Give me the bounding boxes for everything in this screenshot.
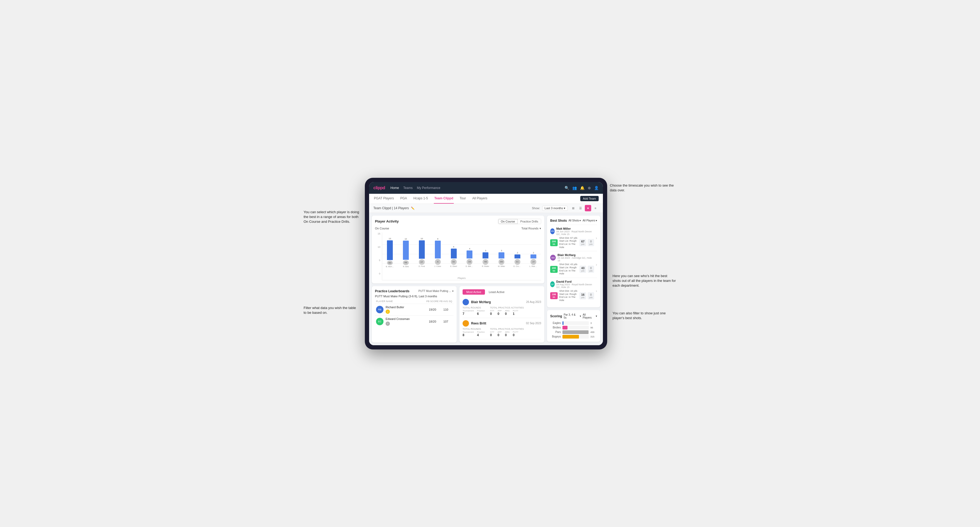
scoring-players-filter[interactable]: All Players ▾ [583, 313, 597, 319]
sub-nav-pgat[interactable]: PGAT Players [373, 194, 395, 204]
scoring-par-filter[interactable]: Par 3, 4 & 5s ▾ [564, 313, 581, 319]
bar-5[interactable] [466, 251, 473, 259]
heart-view-icon[interactable]: ♥ [585, 205, 591, 211]
activity-player-header-1: Blair McHarg 26 Aug 2023 [463, 299, 541, 305]
bar-group-9: 2 LR L. Robertson [526, 238, 541, 267]
shot-detail-text-3: Shot Dist: 16 ydsStart Lie: RoughEnd Lie… [559, 290, 578, 302]
sub-nav-team-clippd[interactable]: Team Clippd [434, 194, 454, 204]
sub-nav-pga[interactable]: PGA [400, 194, 407, 204]
nav-item-performance[interactable]: My Performance [417, 186, 440, 190]
main-content: Player Activity On Course Practice Drill… [369, 213, 603, 345]
grid-view-icon[interactable]: ⊞ [570, 205, 576, 211]
plus-circle-icon[interactable]: ⊕ [588, 186, 591, 190]
bar-8[interactable] [514, 254, 520, 259]
shot-detail-text-2: Shot Dist: 43 ydsStart Lie: RoughEnd Lie… [559, 263, 578, 275]
lb-name-1: Richard Butler [386, 306, 426, 309]
team-show-controls: Show: Last 3 months ▾ ⊞ ☰ ♥ ≡ [532, 205, 599, 211]
shot-avatar-3: DF [550, 281, 555, 287]
list-view-icon[interactable]: ☰ [578, 205, 584, 211]
least-active-tab[interactable]: Least Active [485, 289, 508, 295]
lb-avatar-2: EC [376, 318, 383, 325]
best-shots-card: Best Shots All Shots ▾ All Players ▾ [547, 216, 600, 307]
bar-name-3: J. Coles [434, 265, 441, 267]
scoring-bar-pars [562, 330, 589, 334]
bs-all-players-filter[interactable]: All Players ▾ [583, 219, 597, 222]
bar-name-4: E. Ebert [450, 265, 457, 267]
scoring-bar-container-bogeys [562, 335, 589, 338]
bar-3[interactable] [435, 241, 441, 259]
nav-logo: clippd [373, 186, 385, 190]
team-name: Team Clippd | 14 Players [373, 206, 409, 210]
activity-avatar-2 [463, 320, 469, 327]
sub-nav-tour[interactable]: Tour [459, 194, 466, 204]
nav-item-home[interactable]: Home [390, 186, 399, 190]
annotation-player-filter: You can also filter to show just one pla… [612, 311, 676, 321]
shot-player-name-2: Blair McHarg [557, 253, 594, 257]
leaderboard-selector[interactable]: PUTT Must Make Putting ... ▾ [418, 290, 453, 292]
bar-4[interactable] [451, 249, 457, 259]
lb-score-1: 19/20 [426, 308, 439, 311]
bs-all-shots-filter[interactable]: All Shots ▾ [568, 219, 581, 222]
bell-icon[interactable]: 🔔 [580, 186, 584, 190]
bottom-row: Practice Leaderboards PUTT Must Make Put… [372, 286, 544, 343]
player-activity-title: Player Activity [375, 219, 399, 223]
bar-value-5: 4 [469, 248, 470, 250]
bar-avatar-8: EC [514, 259, 520, 265]
bar-9[interactable] [530, 254, 536, 259]
shot-row-3[interactable]: DF David Ford 24 Aug 2023 · Royal North … [550, 278, 597, 304]
bar-7[interactable] [498, 252, 504, 258]
most-active-tab[interactable]: Most Active [463, 289, 485, 295]
edit-icon[interactable]: ✏️ [411, 206, 415, 210]
search-icon[interactable]: 🔍 [565, 186, 569, 190]
time-period-selector[interactable]: Last 3 months ▾ [542, 206, 568, 211]
practice-label-1: Total Practice Activities [490, 306, 524, 309]
chart-filter[interactable]: Total Rounds ▾ [522, 227, 541, 230]
nav-item-teams[interactable]: Teams [403, 186, 412, 190]
user-avatar-icon[interactable]: 👤 [594, 186, 599, 190]
shot-player-name-1: Matt Miller [556, 227, 594, 230]
practice-toggle[interactable]: Practice Drills [518, 219, 541, 224]
scoring-label-bogeys: Bogeys [550, 335, 561, 338]
practice-label-2: Total Practice Activities [490, 328, 524, 330]
activity-row-2: Rees Britt 02 Sep 2023 Total Rounds Tour… [463, 318, 541, 339]
bar-value-3: 9 [437, 238, 438, 240]
shot-row-1[interactable]: MM Matt Miller 09 Jun 2023 · Royal North… [550, 225, 597, 251]
shot-zero-badge-3: 0 yds [588, 292, 594, 300]
activity-avatar-1 [463, 299, 469, 305]
activity-tabs: Most Active Least Active [463, 289, 541, 295]
view-icons: ⊞ ☰ ♥ ≡ [570, 205, 599, 211]
bar-value-1: 12 [404, 238, 407, 240]
rounds-group-2: Total Rounds Tournament 8 Practice [463, 328, 485, 337]
shot-player-info-2: BM Blair McHarg 23 Jul 2023 · Ashridge G… [550, 253, 594, 275]
page-wrapper: Choose the timescale you wish to see the… [304, 178, 676, 349]
sub-nav-all-players[interactable]: All Players [472, 194, 488, 204]
sub-nav-hcaps[interactable]: Hcaps 1-5 [413, 194, 428, 204]
bs-title: Best Shots [550, 219, 567, 222]
bar-6[interactable] [482, 252, 488, 258]
player-activity-header: Player Activity On Course Practice Drill… [375, 219, 541, 224]
scoring-bar-birdies [562, 326, 568, 330]
users-icon[interactable]: 👥 [572, 186, 577, 190]
bar-1[interactable] [403, 241, 409, 260]
bar-avatar-7: MM [498, 259, 504, 265]
bar-group-3: 9 JC J. Coles [430, 238, 445, 267]
table-view-icon[interactable]: ≡ [592, 205, 599, 211]
shot-avatar-1: MM [550, 229, 555, 234]
shot-dist-badge-2: 43 yds [579, 266, 586, 273]
bar-avatar-0: BM [387, 260, 393, 265]
on-course-toggle[interactable]: On Course [498, 219, 518, 224]
bar-0[interactable] [387, 240, 393, 260]
shot-row-2[interactable]: BM Blair McHarg 23 Jul 2023 · Ashridge G… [550, 251, 597, 278]
chart-bars-area: 13 BM B. McHarg 12 RB R. Britt 10 DF D. … [382, 232, 541, 280]
bar-group-8: 2 EC E. Crossman [510, 238, 525, 267]
lb-rank-2: 2 [386, 322, 390, 326]
scoring-label-birdies: Birdies [550, 326, 561, 329]
bar-group-6: 3 RB R. Butler [478, 238, 493, 267]
bar-group-1: 12 RB R. Britt [398, 238, 414, 267]
nav-actions: 🔍 👥 🔔 ⊕ 👤 [565, 186, 599, 190]
leaderboard-header: Practice Leaderboards PUTT Must Make Put… [375, 289, 453, 293]
shot-dist-badge-1: 67 yds [579, 239, 586, 246]
bar-2[interactable] [419, 240, 425, 259]
leaderboard-drill-name: PUTT Must Make Putting (3-6 ft), Last 3 … [375, 295, 453, 298]
add-team-button[interactable]: Add Team [580, 196, 599, 201]
